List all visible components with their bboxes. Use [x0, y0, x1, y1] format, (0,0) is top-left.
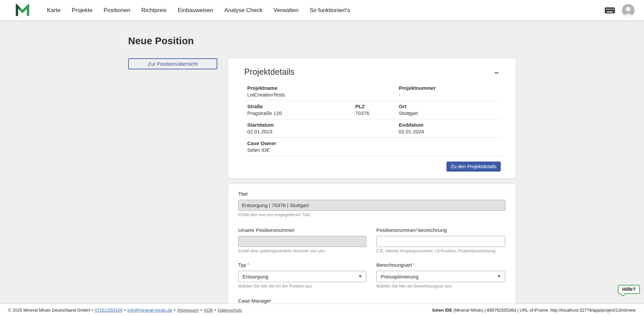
- table-row: Straße Pragstraße 120 PLZ 70376 Ort Stut…: [244, 101, 501, 119]
- navbar-right: [604, 4, 635, 17]
- copyright-text: © 2025 Mineral Minds Deutschland GmbH: [8, 308, 90, 313]
- impressum-link[interactable]: Impressum: [177, 308, 199, 313]
- projektnummer-value: -: [399, 92, 497, 98]
- berechnungsart-select[interactable]: Preisoptimierung: [376, 271, 505, 282]
- case-manager-label: Case Manager: [238, 298, 271, 304]
- berechnungsart-label: Berechnungsart*: [376, 262, 415, 268]
- table-row: Case Owner Selen IDE: [244, 138, 501, 156]
- keyboard-icon[interactable]: [604, 6, 615, 14]
- left-column: Zur Positionsübersicht: [128, 58, 217, 69]
- right-column: Projektdetails – Projektname LotCreation…: [228, 58, 516, 304]
- user-avatar[interactable]: [622, 4, 635, 17]
- help-button[interactable]: Hilfe?: [618, 285, 640, 294]
- top-navbar: Karte Projekte Positionen Richtpreis Ein…: [0, 0, 644, 20]
- nav-item-verwalten[interactable]: Verwalten: [273, 7, 299, 14]
- plz-value: 70376: [355, 110, 395, 116]
- projektname-label: Projektname: [247, 85, 395, 91]
- email-link[interactable]: info@mineral-minds.de: [127, 308, 172, 313]
- case-owner-label: Case Owner: [247, 140, 497, 146]
- footer-left: © 2025 Mineral Minds Deutschland GmbH • …: [8, 308, 242, 313]
- positionsnummer-input[interactable]: [376, 236, 505, 247]
- required-asterisk: *: [413, 262, 415, 267]
- ort-value: Stuttgart: [399, 110, 497, 116]
- case-manager-field: Case Manager: [238, 298, 505, 304]
- chevron-down-icon: [359, 275, 362, 277]
- footer-separator: •: [124, 308, 126, 313]
- positionsnummer-hint: Z.B. Interne-Vorgangsnummer, LV-Position…: [376, 249, 505, 253]
- page-footer: © 2025 Mineral Minds Deutschland GmbH • …: [0, 304, 644, 316]
- page-title: Neue Position: [128, 36, 516, 47]
- table-row: Startdatum 02.01.2023 Enddatum 02.01.202…: [244, 119, 501, 138]
- titel-field: Titel Erhält den von uns vorgegebenen Ti…: [238, 191, 505, 217]
- typ-field: Typ* Entsorgung Wählen Sie hier die Art …: [238, 262, 366, 289]
- footer-session-text: (Mineral Minds) | 69576255536d | URL of …: [452, 308, 636, 313]
- enddatum-value: 02.01.2024: [399, 129, 497, 134]
- typ-label: Typ*: [238, 262, 249, 268]
- phone-link[interactable]: 07151/250100: [95, 308, 122, 313]
- new-position-form-card: Titel Erhält den von uns vorgegebenen Ti…: [228, 184, 516, 304]
- nav-item-so-funktionierts[interactable]: So funktioniert's: [310, 7, 350, 14]
- main-navigation: Karte Projekte Positionen Richtpreis Ein…: [47, 7, 350, 14]
- titel-input[interactable]: [238, 200, 505, 211]
- agb-link[interactable]: AGB: [204, 308, 213, 313]
- berechnungsart-hint: Wählen Sie hier die Berechnungsart aus.: [376, 284, 505, 289]
- footer-separator: •: [201, 308, 202, 313]
- typ-select-value: Entsorgung: [243, 274, 268, 279]
- titel-label: Titel: [238, 191, 248, 197]
- datenschutz-link[interactable]: Datenschutz: [218, 308, 242, 313]
- enddatum-label: Enddatum: [399, 122, 497, 128]
- strasse-label: Straße: [247, 104, 352, 109]
- positionsnummer-field: Positionsnummer/-bezeichnung Z.B. Intern…: [376, 227, 505, 253]
- nav-item-projekte[interactable]: Projekte: [72, 7, 93, 14]
- projektnummer-label: Projektnummer: [399, 85, 497, 91]
- projektname-value: LotCreationTests: [247, 92, 395, 98]
- berechnungsart-select-value: Preisoptimierung: [381, 274, 419, 279]
- unsere-positionsnummer-label: Unsere Positionsnummer: [238, 227, 294, 233]
- startdatum-value: 02.01.2023: [247, 129, 395, 134]
- project-details-title: Projektdetails: [244, 67, 294, 77]
- plz-label: PLZ: [355, 104, 395, 109]
- ort-label: Ort: [399, 104, 497, 109]
- case-owner-value: Selen IDE: [247, 147, 497, 153]
- nav-item-karte[interactable]: Karte: [47, 7, 61, 14]
- unsere-positionsnummer-field: Unsere Positionsnummer Erhält eine syste…: [238, 227, 366, 253]
- main-content: Neue Position Zur Positionsübersicht Pro…: [0, 20, 644, 304]
- footer-session-info: Selen IDE (Mineral Minds) | 69576255536d…: [432, 308, 636, 313]
- back-to-positions-button[interactable]: Zur Positionsübersicht: [128, 58, 217, 69]
- chevron-down-icon: [497, 275, 501, 277]
- project-details-table: Projektname LotCreationTests Projektnumm…: [244, 82, 501, 156]
- mineral-minds-logo-icon[interactable]: [15, 4, 30, 17]
- nav-item-einbauweisen[interactable]: Einbauweisen: [178, 7, 213, 14]
- titel-hint: Erhält den von uns vorgegebenen Titel.: [238, 212, 505, 217]
- nav-item-positionen[interactable]: Positionen: [104, 7, 130, 14]
- startdatum-label: Startdatum: [247, 122, 395, 128]
- table-row: Projektname LotCreationTests Projektnumm…: [244, 82, 501, 101]
- berechnungsart-field: Berechnungsart* Preisoptimierung Wählen …: [376, 262, 505, 289]
- project-details-card: Projektdetails – Projektname LotCreation…: [228, 58, 516, 178]
- required-asterisk: *: [247, 262, 249, 267]
- nav-item-analyse-check[interactable]: Analyse Check: [224, 7, 262, 14]
- typ-select[interactable]: Entsorgung: [238, 271, 366, 282]
- strasse-value: Pragstraße 120: [247, 110, 352, 116]
- go-to-project-details-button[interactable]: Zu den Projektdetails: [446, 162, 501, 172]
- typ-hint: Wählen Sie hier die Art der Position aus…: [238, 284, 366, 289]
- unsere-positionsnummer-hint: Erhält eine systemgenerierte Nummer von …: [238, 249, 366, 253]
- footer-separator: •: [174, 308, 176, 313]
- page-header: Neue Position: [128, 20, 516, 52]
- footer-separator: •: [215, 308, 216, 313]
- unsere-positionsnummer-input[interactable]: [238, 236, 366, 247]
- footer-user-name: Selen IDE: [432, 308, 452, 313]
- positionsnummer-label: Positionsnummer/-bezeichnung: [376, 227, 447, 233]
- collapse-card-button[interactable]: –: [492, 67, 501, 78]
- footer-separator: •: [92, 308, 93, 313]
- nav-item-richtpreis[interactable]: Richtpreis: [141, 7, 167, 14]
